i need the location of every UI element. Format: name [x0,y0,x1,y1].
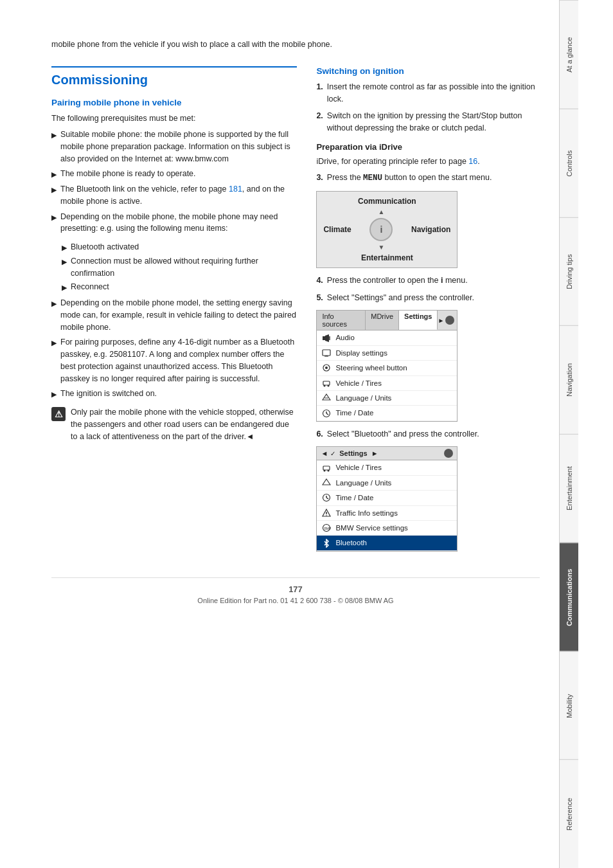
idrive-right-label: Navigation [411,225,450,234]
svg-line-15 [326,413,328,415]
steering-icon [321,362,332,374]
tab-communications[interactable]: Communications [560,543,578,651]
bt-time-icon [321,492,332,503]
switching-ignition-title: Switching on ignition [316,66,540,76]
sub-list-item: ▶ Connection must be allowed without req… [62,255,297,280]
arrow-icon: ▶ [51,298,57,309]
idrive-left-label: Climate [323,225,351,234]
svg-point-10 [328,384,330,386]
svg-rect-8 [323,381,330,385]
warning-box: ⚠ Only pair the mobile phone with the ve… [51,406,297,442]
sub-list-item: ▶ Reconnect [62,281,297,293]
bullet-list: ▶ Suitable mobile phone: the mobile phon… [51,129,297,235]
main-content: mobile phone from the vehicle if you wis… [0,0,559,868]
step-1: 1. Insert the remote control as far as p… [316,81,540,105]
list-item: ▶ The Bluetooth link on the vehicle, ref… [51,183,297,208]
idrive-center-button[interactable]: i [369,218,393,241]
bt-traffic-row[interactable]: Traffic Info settings [317,506,457,521]
mdrive-tab[interactable]: MDrive [366,311,399,330]
svg-marker-11 [323,394,330,400]
preparation-title: Preparation via iDrive [316,142,540,152]
bt-language-row[interactable]: Language / Units [317,476,457,491]
vehicle-icon [321,377,332,389]
bt-time-row[interactable]: Time / Date [317,491,457,505]
arrow-icon: ▶ [51,169,57,180]
arrow-icon: ▶ [51,338,57,348]
warning-icon: ⚠ [51,407,66,421]
svg-text:BMW: BMW [324,527,332,530]
bt-bluetooth-icon [321,538,332,549]
time-row[interactable]: Time / Date [317,406,457,420]
list-item: ▶ Depending on the mobile phone, the mob… [51,211,297,235]
display-row[interactable]: Display settings [317,346,457,361]
vehicle-row[interactable]: Vehicle / Tires [317,376,457,391]
idrive-bottom-label: Entertainment [361,251,413,267]
display-icon [321,347,332,359]
bt-vehicle-icon [321,462,332,474]
audio-row[interactable]: Audio [317,330,457,345]
nav-arrows: ► [438,311,457,330]
svg-point-17 [324,469,326,471]
right-column: Switching on ignition 1. Insert the remo… [316,66,540,558]
language-icon [321,392,332,404]
step-3: 3. Press the MENU button to open the sta… [316,172,540,185]
bt-bmw-icon: BMW [321,522,332,534]
tab-mobility[interactable]: Mobility [560,651,578,760]
svg-rect-3 [323,350,330,356]
bt-bluetooth-row[interactable]: Bluetooth [317,536,457,550]
bt-bmw-row[interactable]: BMW BMW Service settings [317,521,457,536]
list-item: ▶ For pairing purposes, define any 4-16-… [51,336,297,384]
left-column: Commissioning Pairing mobile phone in ve… [51,66,297,558]
tab-navigation[interactable]: Navigation [560,325,578,434]
svg-point-25 [326,515,328,516]
step-5: 5. Select "Settings" and press the contr… [316,292,540,304]
svg-point-18 [328,469,330,471]
step-2: 2. Switch on the ignition by pressing th… [316,110,540,134]
arrow-icon: ▶ [62,242,67,253]
page-number: 177 [51,584,540,594]
arrow-icon: ▶ [51,389,57,400]
tab-driving-tips[interactable]: Driving tips [560,217,578,326]
list-item: ▶ The ignition is switched on. [51,388,297,400]
tab-controls[interactable]: Controls [560,109,578,217]
page-footer: 177 Online Edition for Part no. 01 41 2 … [51,577,540,604]
bt-language-icon [321,477,332,489]
preparation-intro: iDrive, for operating principle refer to… [316,156,540,168]
right-tabs: At a glance Controls Driving tips Naviga… [559,0,578,868]
info-sources-tab[interactable]: Info sources [317,311,366,330]
list-item: ▶ The mobile phone is ready to operate. [51,168,297,180]
pairing-title: Pairing mobile phone in vehicle [51,98,297,107]
idrive-screenshot: Communication Climate ▲ i ▼ Navigation E… [316,191,458,268]
warning-text: Only pair the mobile phone with the vehi… [71,406,297,442]
arrow-icon: ▶ [51,130,57,141]
bt-vehicle-row[interactable]: Vehicle / Tires [317,460,457,475]
language-row[interactable]: Language / Units [317,391,457,406]
svg-rect-0 [323,336,325,340]
audio-icon [321,332,332,344]
bluetooth-menu-screenshot: ◄ ✓ Settings ► Vehicle / Tires [316,446,458,551]
tab-entertainment[interactable]: Entertainment [560,434,578,543]
time-icon [321,408,332,419]
step-6: 6. Select "Bluetooth" and press the cont… [316,428,540,440]
settings-tabs: Info sources MDrive Settings ► [317,311,457,330]
sub-bullet-list: ▶ Bluetooth activated ▶ Connection must … [62,241,297,293]
svg-line-22 [326,498,328,499]
tab-at-a-glance[interactable]: At a glance [560,0,578,109]
settings-menu-screenshot: Info sources MDrive Settings ► Audio [316,310,458,421]
steering-row[interactable]: Steering wheel button [317,361,457,375]
commissioning-title: Commissioning [51,66,297,87]
footer-text: Online Edition for Part no. 01 41 2 600 … [51,597,540,604]
arrow-icon: ▶ [62,257,67,267]
prerequisites-intro: The following prerequisites must be met: [51,113,297,125]
bt-header: ◄ ✓ Settings ► [317,447,457,460]
svg-point-9 [324,384,326,386]
arrow-icon: ▶ [51,185,57,195]
step-4: 4. Press the controller to open the i me… [316,275,540,287]
tab-reference[interactable]: Reference [560,759,578,868]
list-item: ▶ Suitable mobile phone: the mobile phon… [51,129,297,165]
arrow-icon: ▶ [51,212,57,223]
bullet-list-2: ▶ Depending on the mobile phone model, t… [51,297,297,400]
idrive-top-label: Communication [358,192,416,208]
svg-rect-16 [323,466,330,470]
settings-tab[interactable]: Settings [399,311,438,330]
